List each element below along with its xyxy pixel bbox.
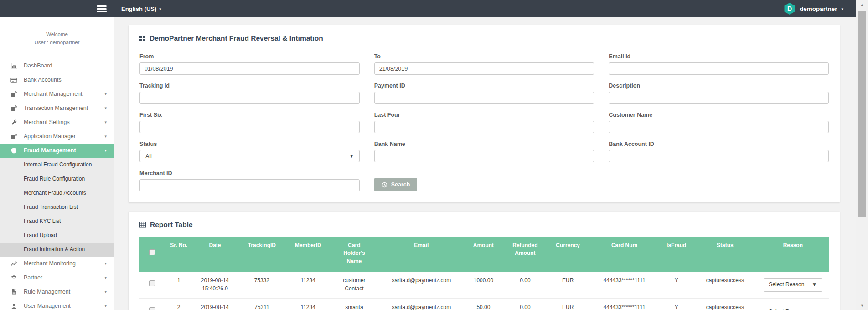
- sidebar-item-user-management[interactable]: User Management ▾: [0, 299, 114, 310]
- description-input[interactable]: [609, 92, 829, 104]
- search-form: From To Email Id Tracking Id: [140, 53, 829, 191]
- search-button-label: Search: [391, 181, 410, 188]
- sidebar-item-rule-management[interactable]: Rule Management ▾: [0, 285, 114, 299]
- avatar: D: [784, 3, 796, 15]
- chevron-down-icon: ▾: [104, 106, 107, 110]
- sidebar-subitem-fraud-intimation-action[interactable]: Fraud Intimation & Action: [0, 243, 114, 257]
- sidebar-item-merchant-management[interactable]: Merchant Management ▾: [0, 87, 114, 101]
- col-refunded-amount: Refunded Amount: [503, 237, 547, 272]
- chevron-down-icon: ▾: [104, 134, 107, 139]
- grid-icon: [140, 36, 145, 41]
- sidebar-subitem-fraud-kyc-list[interactable]: Fraud KYC List: [0, 214, 114, 228]
- subitem-label: Merchant Fraud Accounts: [24, 190, 86, 196]
- subitem-label: Fraud Rule Configuration: [24, 176, 85, 182]
- chevron-down-icon: ▾: [104, 148, 107, 153]
- table-icon: [140, 222, 146, 228]
- sidebar-item-label: Partner: [24, 274, 104, 281]
- subitem-label: Fraud Intimation & Action: [24, 246, 85, 253]
- header-checkbox-cell: [140, 237, 164, 272]
- chevron-down-icon: ▾: [104, 304, 107, 308]
- sidebar-subitem-merchant-fraud-accounts[interactable]: Merchant Fraud Accounts: [0, 186, 114, 200]
- sidebar-item-label: Merchant Management: [24, 91, 104, 97]
- select-all-checkbox[interactable]: [149, 249, 155, 255]
- col-member-id: MemberID: [287, 237, 329, 272]
- page-title-row: DemoPartner Merchant Fraud Reversal & In…: [140, 34, 829, 42]
- status-select[interactable]: All ▼: [140, 150, 360, 162]
- col-card-num: Card Num: [589, 237, 660, 272]
- field-label: First Six: [140, 112, 360, 118]
- credit-card-icon: [10, 76, 17, 83]
- sidebar-item-partner[interactable]: Partner ▾: [0, 271, 114, 285]
- export-icon: [10, 133, 17, 140]
- search-button[interactable]: Search: [374, 178, 418, 191]
- fraud-search-panel: DemoPartner Merchant Fraud Reversal & In…: [129, 25, 840, 202]
- col-amount: Amount: [464, 237, 504, 272]
- field-label: Customer Name: [609, 112, 829, 118]
- tracking-id-input[interactable]: [140, 92, 360, 104]
- users-icon: [10, 274, 17, 281]
- field-status: Status All ▼: [140, 141, 360, 162]
- sidebar-item-label: DashBoard: [24, 62, 107, 69]
- sidebar-item-bank-accounts[interactable]: Bank Accounts: [0, 73, 114, 87]
- col-currency: Currency: [547, 237, 589, 272]
- sidebar-item-transaction-management[interactable]: Transaction Management ▾: [0, 101, 114, 115]
- welcome-block: Welcome User : demopartner: [0, 30, 114, 47]
- chart-bars-icon: [10, 62, 17, 69]
- payment-id-input[interactable]: [374, 92, 594, 104]
- page-scrollbar[interactable]: ▲ ▼: [856, 0, 868, 310]
- reason-select[interactable]: Select Reason ▼: [764, 278, 822, 292]
- avatar-letter: D: [787, 5, 792, 12]
- menu-icon[interactable]: [97, 4, 108, 13]
- col-isfraud: IsFraud: [660, 237, 693, 272]
- reason-selected-value: Select Reason: [769, 281, 804, 289]
- subitem-label: Internal Fraud Configuration: [24, 161, 92, 168]
- fraud-management-submenu: Internal Fraud Configuration Fraud Rule …: [0, 158, 114, 257]
- merchant-id-input[interactable]: [140, 179, 360, 191]
- field-last-four: Last Four: [374, 112, 594, 133]
- sidebar-item-application-manager[interactable]: Application Manager ▾: [0, 129, 114, 144]
- chevron-down-icon: ▾: [104, 120, 107, 124]
- language-selector[interactable]: English (US) ▾: [121, 0, 161, 17]
- sidebar-subitem-internal-fraud-configuration[interactable]: Internal Fraud Configuration: [0, 158, 114, 172]
- user-menu[interactable]: D demopartner ▾: [784, 0, 843, 17]
- email-id-input[interactable]: [609, 62, 829, 75]
- report-table-panel: Report Table Sr. No.: [129, 212, 840, 310]
- field-to: To: [374, 53, 594, 75]
- report-title-row: Report Table: [140, 221, 829, 229]
- row-checkbox[interactable]: [149, 280, 155, 286]
- cell-reason: Select Reason ▼: [757, 298, 829, 310]
- from-date-input[interactable]: [140, 62, 360, 75]
- field-from: From: [140, 53, 360, 75]
- first-six-input[interactable]: [140, 121, 360, 133]
- scroll-up-icon[interactable]: ▲: [856, 3, 868, 7]
- reason-select[interactable]: Select Reason ▼: [764, 305, 822, 310]
- field-first-six: First Six: [140, 112, 360, 133]
- bank-account-id-input[interactable]: [609, 150, 829, 162]
- sidebar-item-label: Application Manager: [24, 133, 104, 140]
- cell-refunded-amount: 0.00: [503, 272, 547, 298]
- cell-isfraud: Y: [660, 298, 693, 310]
- sidebar-item-merchant-settings[interactable]: Merchant Settings ▾: [0, 115, 114, 129]
- cell-tracking-id: 75311: [237, 298, 287, 310]
- cell-reason: Select Reason ▼: [757, 272, 829, 298]
- bank-name-input[interactable]: [374, 150, 594, 162]
- user-name: demopartner: [800, 5, 837, 12]
- trend-chart-icon: [10, 260, 17, 267]
- field-label: Bank Name: [374, 141, 594, 147]
- to-date-input[interactable]: [374, 62, 594, 75]
- col-reason: Reason: [757, 237, 829, 272]
- last-four-input[interactable]: [374, 121, 594, 133]
- sidebar-item-dashboard[interactable]: DashBoard: [0, 59, 114, 73]
- scrollbar-thumb[interactable]: [858, 11, 866, 217]
- sidebar-item-merchant-monitoring[interactable]: Merchant Monitoring ▾: [0, 257, 114, 271]
- search-icon: [382, 182, 388, 188]
- row-checkbox[interactable]: [149, 307, 155, 310]
- sidebar-subitem-fraud-rule-configuration[interactable]: Fraud Rule Configuration: [0, 172, 114, 186]
- scroll-down-icon[interactable]: ▼: [856, 303, 868, 308]
- sidebar-subitem-fraud-upload[interactable]: Fraud Upload: [0, 228, 114, 243]
- customer-name-input[interactable]: [609, 121, 829, 133]
- cell-status: capturesuccess: [693, 272, 757, 298]
- sidebar-subitem-fraud-transaction-list[interactable]: Fraud Transaction List: [0, 200, 114, 214]
- sidebar-nav: DashBoard Bank Accounts Merchant Managem…: [0, 59, 114, 310]
- sidebar-item-fraud-management[interactable]: Fraud Management ▾: [0, 144, 114, 158]
